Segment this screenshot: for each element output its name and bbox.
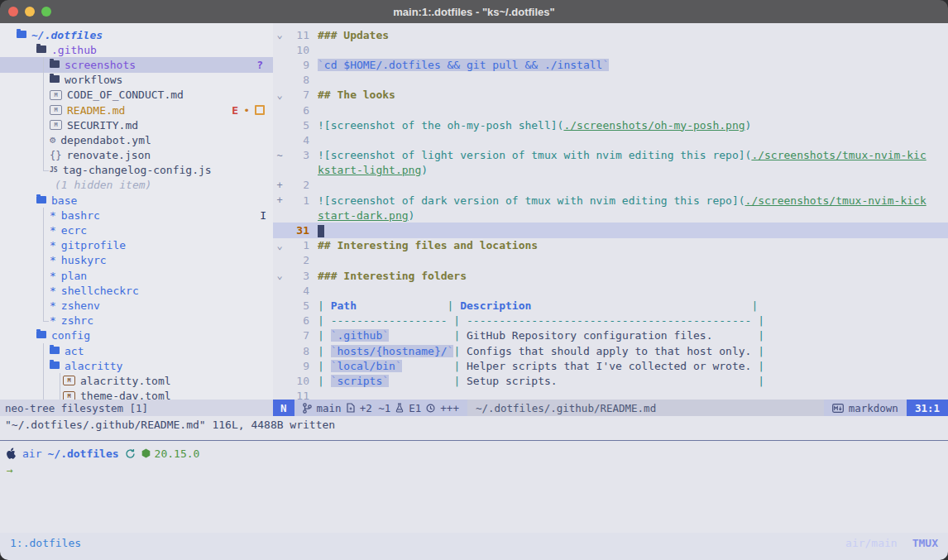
tree-item[interactable]: MREADME.mdE• <box>0 103 273 117</box>
tree-guide <box>43 343 44 358</box>
markdown-file-icon: M <box>50 120 62 130</box>
vim-message-line: "~/.dotfiles/.github/README.md" 116L, 44… <box>0 416 948 433</box>
editor-line[interactable]: 2 <box>273 253 948 268</box>
tree-item[interactable]: act <box>0 343 273 358</box>
tree-item[interactable]: ⚙dependabot.yml <box>0 132 273 147</box>
line-text: ## Interesting files and locations <box>318 239 538 251</box>
editor-line[interactable]: 8 <box>273 73 948 88</box>
tree-item[interactable]: *plan <box>0 268 273 283</box>
editor-line[interactable]: ⌄11### Updates <box>273 27 948 42</box>
editor-line[interactable]: 6| ------------------ | ----------------… <box>273 314 948 328</box>
editor-line[interactable]: 7| `.github` | GitHub Repository configu… <box>273 328 948 343</box>
line-text: | `scripts` | Setup scripts. | <box>318 375 764 387</box>
tree-item[interactable]: *shellcheckrc <box>0 283 273 298</box>
tree-item-label: theme-day.toml <box>80 390 171 400</box>
tree-guide <box>43 117 44 132</box>
line-text: ## The looks <box>318 89 395 101</box>
editor-line[interactable]: 8| `hosts/{hostname}/`| Configs that sho… <box>273 343 948 358</box>
tree-item-label: workflows <box>65 74 122 86</box>
tree-item[interactable]: *bashrcI <box>0 208 273 223</box>
tree-item[interactable]: *ecrc <box>0 223 273 237</box>
tree-item[interactable]: *huskyrc <box>0 253 273 268</box>
editor-line[interactable]: ~3![screenshot of light version of tmux … <box>273 148 948 163</box>
titlebar[interactable]: main:1:.dotfiles - "ks~/.dotfiles" <box>0 0 948 23</box>
editor-line[interactable]: kstart-light.png) <box>273 163 948 178</box>
editor-buffer[interactable]: ⌄11### Updates109`cd $HOME/.dotfiles && … <box>273 23 948 400</box>
line-number: 11 <box>286 390 309 400</box>
file-tree: ~/.dotfiles.githubscreenshots?workflowsM… <box>0 23 273 400</box>
line-text: `cd $HOME/.dotfiles && git pull && ./ins… <box>318 59 609 71</box>
tmux-window-label[interactable]: 1:.dotfiles <box>10 537 81 549</box>
node-version-text: 20.15.0 <box>155 448 200 460</box>
editor-line[interactable]: 9`cd $HOME/.dotfiles && git pull && ./in… <box>273 57 948 72</box>
tree-item[interactable]: screenshots? <box>0 57 273 72</box>
star-icon: * <box>50 254 56 266</box>
tmux-right-status: air/main TMUX <box>845 537 938 549</box>
text-cursor <box>318 225 324 237</box>
tree-guide <box>43 57 44 72</box>
editor-line[interactable]: ⌄3### Interesting folders <box>273 268 948 283</box>
gutter-sign: ⌄ <box>273 29 286 41</box>
tree-item[interactable]: MSECURITY.md <box>0 117 273 132</box>
editor-line[interactable]: ⌄1## Interesting files and locations <box>273 238 948 253</box>
tree-item[interactable]: alacritty <box>0 358 273 373</box>
editor-line[interactable]: ⌄7## The looks <box>273 88 948 103</box>
tree-guide <box>43 238 44 253</box>
tree-item[interactable]: *zshenv <box>0 298 273 313</box>
tree-guide <box>43 358 44 373</box>
tree-item[interactable]: Mtheme-day.toml <box>0 389 273 400</box>
syntax-segment: ## Interesting files and locations <box>318 239 538 251</box>
syntax-segment: | <box>318 329 331 342</box>
tmux-badge: TMUX <box>912 537 938 549</box>
shell-pane[interactable]: air ~/.dotfiles 20.15.0 → <box>0 440 948 533</box>
tree-item[interactable]: workflows <box>0 73 273 88</box>
syntax-segment <box>531 299 745 312</box>
error-badge: E <box>232 104 238 117</box>
editor-line[interactable]: start-dark.png) <box>273 208 948 223</box>
editor-line[interactable]: +1![screenshot of dark version of tmux w… <box>273 193 948 208</box>
editor-line[interactable]: 11 <box>273 389 948 400</box>
line-number: 9 <box>286 360 309 372</box>
editor-line[interactable]: 10 <box>273 42 948 57</box>
syntax-segment: ` <box>602 59 609 71</box>
git-segment: main +2 ~1 E1 +++ <box>294 400 467 416</box>
tree-item[interactable]: (1 hidden item) <box>0 178 273 193</box>
tree-item-label: shellcheckrc <box>61 285 139 297</box>
folder-icon <box>36 196 46 203</box>
editor-line[interactable]: 10| `scripts` | Setup scripts. | <box>273 373 948 388</box>
tree-item[interactable]: base <box>0 193 273 208</box>
editor-line[interactable]: 4 <box>273 132 948 147</box>
line-number: 7 <box>286 329 309 342</box>
unstaged-square-badge <box>255 105 265 115</box>
tree-item[interactable]: config <box>0 328 273 343</box>
folder-icon <box>17 31 26 38</box>
window-title: main:1:.dotfiles - "ks~/.dotfiles" <box>0 6 948 18</box>
tree-item[interactable]: JStag-changelog-config.js <box>0 163 273 178</box>
syntax-segment: Helper scripts that I've collected or wr… <box>467 360 751 372</box>
tree-item[interactable]: *zshrc <box>0 314 273 328</box>
star-icon: * <box>50 270 56 282</box>
syntax-segment: ) <box>745 119 752 132</box>
markdown-icon <box>832 404 844 413</box>
markdown-file-icon: M <box>50 90 62 100</box>
tree-item[interactable]: ~/.dotfiles <box>0 27 273 42</box>
tree-item[interactable]: {}renovate.json <box>0 148 273 163</box>
editor-line[interactable]: 5![screenshot of the oh-my-posh shell](.… <box>273 117 948 132</box>
line-text: start-dark.png) <box>318 209 414 222</box>
editor-line[interactable]: 4 <box>273 283 948 298</box>
editor-line[interactable]: +2 <box>273 178 948 193</box>
editor-line[interactable]: 5| Path | Description | <box>273 298 948 313</box>
tree-item-label: ~/.dotfiles <box>31 29 103 41</box>
gutter-sign: ~ <box>273 150 286 161</box>
tree-item[interactable]: .github <box>0 42 273 57</box>
folder-icon <box>36 45 46 53</box>
flask-icon <box>395 403 404 413</box>
editor-cursor-line[interactable]: 31 <box>273 223 948 237</box>
tree-item[interactable]: Malacritty.toml <box>0 373 273 388</box>
syntax-segment: ./screenshots/tmux-nvim-kic <box>751 149 926 161</box>
clock-icon <box>426 404 435 413</box>
tree-item[interactable]: MCODE_OF_CONDUCT.md <box>0 88 273 103</box>
tree-item[interactable]: *gitprofile <box>0 238 273 253</box>
editor-line[interactable]: 6 <box>273 103 948 117</box>
editor-line[interactable]: 9| `local/bin` | Helper scripts that I'v… <box>273 358 948 373</box>
